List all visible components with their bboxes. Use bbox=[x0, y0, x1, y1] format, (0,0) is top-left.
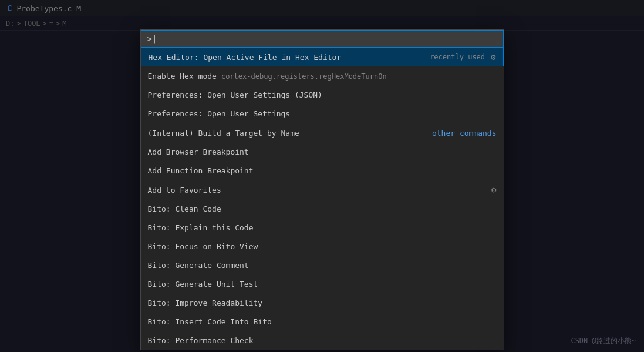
command-item-right: other commands bbox=[432, 129, 497, 138]
command-item[interactable]: Bito: Generate Unit Test bbox=[141, 274, 504, 293]
command-item-text: Bito: Generate Comment bbox=[148, 261, 497, 270]
command-item-subtext: cortex-debug.registers.regHexModeTurnOn bbox=[221, 72, 387, 81]
command-item-text: Bito: Explain this Code bbox=[148, 223, 497, 232]
command-item-text: Hex Editor: Open Active File in Hex Edit… bbox=[149, 53, 430, 62]
search-prompt: >| bbox=[147, 34, 157, 43]
command-item-text: Bito: Focus on Bito View bbox=[148, 242, 497, 251]
command-item-right: recently used⚙ bbox=[430, 52, 495, 62]
watermark: CSDN @路过的小熊~ bbox=[571, 336, 636, 346]
command-item-text: Preferences: Open User Settings (JSON) bbox=[148, 90, 497, 99]
command-item-text: Bito: Insert Code Into Bito bbox=[148, 317, 497, 326]
command-item[interactable]: Bito: Performance Check bbox=[141, 331, 504, 350]
command-item-text: Bito: Improve Readability bbox=[148, 299, 497, 307]
command-item[interactable]: Bito: Improve Readability bbox=[141, 293, 504, 312]
command-item[interactable]: Preferences: Open User Settings (JSON) bbox=[141, 85, 504, 104]
command-item[interactable]: Bito: Explain this Code bbox=[141, 218, 504, 237]
other-commands-link[interactable]: other commands bbox=[432, 129, 497, 138]
command-item[interactable]: Add Function Breakpoint bbox=[141, 161, 504, 180]
command-item[interactable]: Add to Favorites⚙ bbox=[141, 180, 504, 199]
gear-icon[interactable]: ⚙ bbox=[491, 185, 496, 195]
command-list[interactable]: Hex Editor: Open Active File in Hex Edit… bbox=[141, 48, 504, 350]
command-item[interactable]: Bito: Insert Code Into Bito bbox=[141, 312, 504, 331]
command-item[interactable]: Enable Hex modecortex-debug.registers.re… bbox=[141, 66, 504, 85]
command-palette: >| Hex Editor: Open Active File in Hex E… bbox=[140, 29, 504, 350]
command-item[interactable]: Add Browser Breakpoint bbox=[141, 142, 504, 161]
command-item-text: Add to Favorites bbox=[148, 186, 492, 195]
command-item[interactable]: Hex Editor: Open Active File in Hex Edit… bbox=[141, 48, 504, 66]
command-item-text: Preferences: Open User Settings bbox=[148, 109, 497, 118]
command-item-text: (Internal) Build a Target by Name bbox=[148, 129, 432, 138]
overlay: >| Hex Editor: Open Active File in Hex E… bbox=[0, 0, 644, 352]
command-item-text: Add Browser Breakpoint bbox=[148, 147, 497, 156]
command-item[interactable]: Bito: Focus on Bito View bbox=[141, 237, 504, 256]
command-item[interactable]: Bito: Generate Comment bbox=[141, 256, 504, 274]
search-bar[interactable]: >| bbox=[141, 30, 504, 48]
command-item-text: Bito: Clean Code bbox=[148, 205, 497, 213]
command-item-right: ⚙ bbox=[491, 185, 496, 195]
command-item-text: Enable Hex modecortex-debug.registers.re… bbox=[148, 72, 497, 81]
gear-icon[interactable]: ⚙ bbox=[491, 52, 495, 62]
command-item[interactable]: (Internal) Build a Target by Nameother c… bbox=[141, 123, 504, 142]
command-item[interactable]: Bito: Clean Code bbox=[141, 199, 504, 218]
command-item[interactable]: Preferences: Open User Settings bbox=[141, 104, 504, 123]
command-item-text: Bito: Generate Unit Test bbox=[148, 280, 497, 289]
command-item-text: Bito: Performance Check bbox=[148, 336, 497, 345]
recently-used-label: recently used bbox=[430, 53, 485, 61]
command-item-text: Add Function Breakpoint bbox=[148, 166, 497, 175]
